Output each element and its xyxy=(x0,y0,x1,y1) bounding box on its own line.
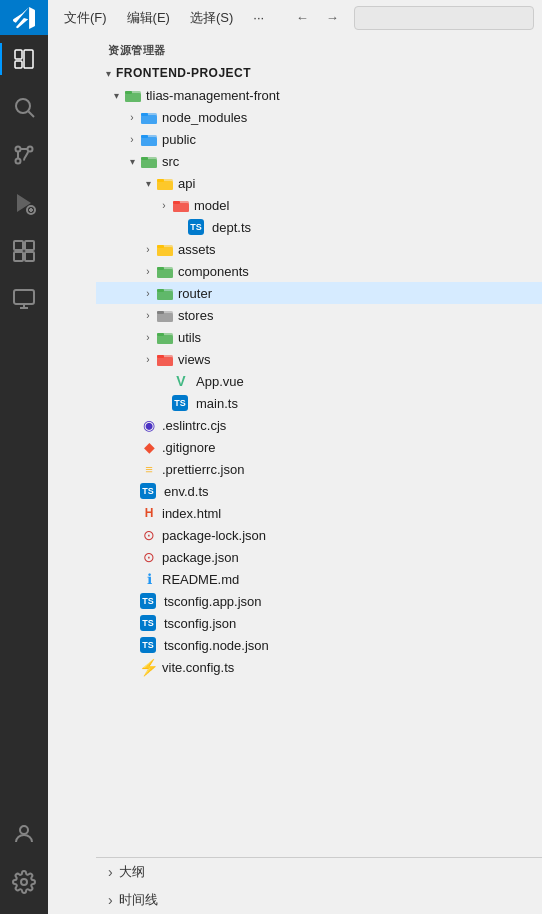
file-tree: FRONTEND-PROJECT tlias-management-front … xyxy=(96,62,542,857)
chevron-readme xyxy=(124,571,140,587)
tree-item-eslint[interactable]: ◉ .eslintrc.cjs xyxy=(96,414,542,436)
chevron-assets xyxy=(140,241,156,257)
outline-panel-header[interactable]: 大纲 xyxy=(96,858,542,886)
tree-item-prettier[interactable]: ≡ .prettierrc.json xyxy=(96,458,542,480)
tree-item-utils[interactable]: utils xyxy=(96,326,542,348)
chevron-app-vue xyxy=(156,373,172,389)
tree-item-index-html[interactable]: H index.html xyxy=(96,502,542,524)
chevron-eslint xyxy=(124,417,140,433)
svg-point-5 xyxy=(16,159,21,164)
folder-icon-node-modules xyxy=(140,108,158,126)
chevron-vite-config xyxy=(124,659,140,675)
gitignore-label: .gitignore xyxy=(162,440,534,455)
search-activity-icon[interactable] xyxy=(0,83,48,131)
public-label: public xyxy=(162,132,534,147)
src-label: src xyxy=(162,154,534,169)
tree-item-tlias[interactable]: tlias-management-front xyxy=(96,84,542,106)
vue-icon-app: V xyxy=(172,372,190,390)
tree-item-node-modules[interactable]: node_modules xyxy=(96,106,542,128)
tree-item-stores[interactable]: stores xyxy=(96,304,542,326)
tree-item-views[interactable]: views xyxy=(96,348,542,370)
prettier-icon: ≡ xyxy=(140,460,158,478)
run-debug-activity-icon[interactable] xyxy=(0,179,48,227)
activity-bar-top xyxy=(0,0,48,810)
api-label: api xyxy=(178,176,534,191)
tree-item-dept-ts[interactable]: TS dept.ts xyxy=(96,216,542,238)
svg-point-19 xyxy=(20,826,28,834)
svg-point-6 xyxy=(28,147,33,152)
app-vue-label: App.vue xyxy=(196,374,534,389)
timeline-label: 时间线 xyxy=(119,891,158,909)
svg-rect-13 xyxy=(25,241,34,250)
folder-icon-assets xyxy=(156,240,174,258)
remote-explorer-activity-icon[interactable] xyxy=(0,275,48,323)
main-area: 资源管理器 FRONTEND-PROJECT tlias-management-… xyxy=(96,35,542,914)
back-button[interactable]: ← xyxy=(288,4,316,32)
svg-rect-35 xyxy=(157,181,173,190)
tree-item-api[interactable]: api xyxy=(96,172,542,194)
explorer-panel: 资源管理器 FRONTEND-PROJECT tlias-management-… xyxy=(96,35,542,857)
tsconfig-label: tsconfig.json xyxy=(164,616,534,631)
activity-bar-bottom xyxy=(0,810,48,914)
timeline-panel-header[interactable]: 时间线 xyxy=(96,886,542,914)
svg-rect-12 xyxy=(14,241,23,250)
folder-icon-stores xyxy=(156,306,174,324)
readme-icon: ℹ xyxy=(140,570,158,588)
chevron-src xyxy=(124,153,140,169)
source-control-activity-icon[interactable] xyxy=(0,131,48,179)
tree-item-model[interactable]: model xyxy=(96,194,542,216)
menu-more[interactable]: ··· xyxy=(245,8,272,27)
tree-item-tsconfig[interactable]: TS tsconfig.json xyxy=(96,612,542,634)
tree-item-app-vue[interactable]: V App.vue xyxy=(96,370,542,392)
menu-select[interactable]: 选择(S) xyxy=(182,7,241,29)
tsconfig-icon: TS xyxy=(140,615,156,631)
svg-rect-16 xyxy=(14,290,34,304)
tree-item-public[interactable]: public xyxy=(96,128,542,150)
tlias-label: tlias-management-front xyxy=(146,88,534,103)
tree-item-components[interactable]: components xyxy=(96,260,542,282)
root-label: FRONTEND-PROJECT xyxy=(116,66,534,80)
settings-activity-icon[interactable] xyxy=(0,858,48,906)
tree-item-main-ts[interactable]: TS main.ts xyxy=(96,392,542,414)
chevron-tsconfig xyxy=(124,615,140,631)
dept-ts-label: dept.ts xyxy=(212,220,534,235)
vite-config-label: vite.config.ts xyxy=(162,660,534,675)
folder-icon-views xyxy=(156,350,174,368)
tree-item-tsconfig-app[interactable]: TS tsconfig.app.json xyxy=(96,590,542,612)
tree-item-pkg-lock[interactable]: ⊙ package-lock.json xyxy=(96,524,542,546)
views-label: views xyxy=(178,352,534,367)
chevron-main-ts xyxy=(156,395,172,411)
tree-item-assets[interactable]: assets xyxy=(96,238,542,260)
env-dts-label: env.d.ts xyxy=(164,484,534,499)
tsconfig-node-icon: TS xyxy=(140,637,156,653)
explorer-header: 资源管理器 xyxy=(96,35,542,62)
forward-button[interactable]: → xyxy=(318,4,346,32)
utils-label: utils xyxy=(178,330,534,345)
chevron-tlias xyxy=(108,87,124,103)
outline-chevron-icon xyxy=(108,864,113,880)
tree-item-env-dts[interactable]: TS env.d.ts xyxy=(96,480,542,502)
main-ts-label: main.ts xyxy=(196,396,534,411)
vite-icon: ⚡ xyxy=(140,658,158,676)
tree-item-tsconfig-node[interactable]: TS tsconfig.node.json xyxy=(96,634,542,656)
tree-item-vite-config[interactable]: ⚡ vite.config.ts xyxy=(96,656,542,678)
profile-activity-icon[interactable] xyxy=(0,810,48,858)
tree-item-src[interactable]: src xyxy=(96,150,542,172)
menu-edit[interactable]: 编辑(E) xyxy=(119,7,178,29)
extensions-activity-icon[interactable] xyxy=(0,227,48,275)
chevron-public xyxy=(124,131,140,147)
tree-root[interactable]: FRONTEND-PROJECT xyxy=(96,62,542,84)
search-input[interactable] xyxy=(354,6,534,30)
tree-item-gitignore[interactable]: ◆ .gitignore xyxy=(96,436,542,458)
tree-item-router[interactable]: router xyxy=(96,282,542,304)
svg-point-20 xyxy=(21,879,27,885)
chevron-api xyxy=(140,175,156,191)
menu-file[interactable]: 文件(F) xyxy=(56,7,115,29)
tree-item-readme[interactable]: ℹ README.md xyxy=(96,568,542,590)
svg-rect-1 xyxy=(15,61,22,68)
tree-item-pkg-json[interactable]: ⊙ package.json xyxy=(96,546,542,568)
pkg-lock-label: package-lock.json xyxy=(162,528,534,543)
title-bar: 文件(F) 编辑(E) 选择(S) ··· ← → xyxy=(48,0,542,35)
explorer-activity-icon[interactable] xyxy=(0,35,48,83)
folder-icon-tlias xyxy=(124,86,142,104)
